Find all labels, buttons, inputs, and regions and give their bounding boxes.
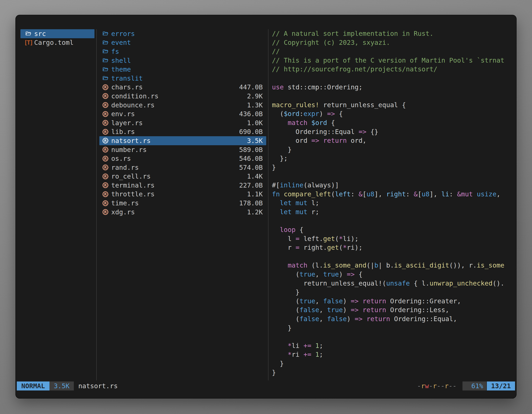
file-row-layer.rs[interactable]: Rlayer.rs1.0K — [99, 118, 266, 127]
code-line: // This is a port of the C version of Ma… — [272, 56, 515, 65]
file-row-rand.rs[interactable]: Rrand.rs574.0B — [99, 163, 266, 172]
code-line: // — [272, 47, 515, 56]
parent-pane: src[T]Cargo.toml — [20, 29, 95, 47]
rust-file-icon: R — [102, 164, 109, 171]
desktop-background: { "palette": { "win_bg": "#1b1b1b", "sel… — [0, 0, 532, 414]
code-line: ($ord:expr) => { — [272, 109, 515, 118]
file-name: Cargo.toml — [34, 39, 74, 47]
file-row-throttle.rs[interactable]: Rthrottle.rs1.1K — [99, 190, 266, 199]
svg-text:R: R — [104, 139, 107, 143]
file-size: 574.0B — [239, 164, 263, 171]
code-line — [272, 332, 515, 341]
code-line: *ri += 1; — [272, 350, 515, 359]
code-line: } — [272, 163, 515, 172]
file-name: shell — [111, 57, 131, 64]
dir-row-translit[interactable]: translit — [99, 74, 266, 83]
file-name: ro_cell.rs — [111, 173, 151, 180]
rust-file-icon: R — [102, 182, 109, 188]
folder-open-icon — [102, 39, 109, 46]
dir-row-theme[interactable]: theme — [99, 65, 266, 74]
file-row-lib.rs[interactable]: Rlib.rs690.0B — [99, 127, 266, 136]
file-size: 3.5K — [247, 137, 263, 144]
file-name: fs — [111, 48, 119, 55]
svg-text:R: R — [104, 183, 107, 187]
file-row-ro_cell.rs[interactable]: Rro_cell.rs1.4K — [99, 172, 266, 181]
file-row-natsort.rs[interactable]: Rnatsort.rs3.5K — [99, 136, 266, 145]
code-line: fn compare_left(left: &[u8], right: &[u8… — [272, 190, 515, 199]
file-name: terminal.rs — [111, 182, 155, 189]
svg-text:R: R — [104, 174, 107, 179]
code-line: loop { — [272, 225, 515, 234]
file-size: 546.0B — [239, 155, 263, 163]
code-line: // Copyright (c) 2023, sxyazi. — [272, 38, 515, 47]
file-size: 447.0B — [239, 83, 263, 91]
file-row-env.rs[interactable]: Renv.rs436.0B — [99, 109, 266, 118]
rust-file-icon: R — [102, 93, 109, 99]
code-line — [272, 252, 515, 261]
file-size: 1.3K — [247, 101, 263, 109]
file-size: 1.2K — [247, 208, 263, 216]
file-name: lib.rs — [111, 128, 135, 136]
svg-text:R: R — [104, 94, 107, 98]
file-row-Cargo.toml[interactable]: [T]Cargo.toml — [20, 38, 95, 47]
dir-row-errors[interactable]: errors — [99, 29, 266, 38]
code-line: } — [272, 359, 515, 368]
file-size: 690.0B — [239, 128, 263, 136]
code-line — [272, 172, 515, 181]
file-name: rand.rs — [111, 164, 139, 171]
svg-text:R: R — [104, 148, 107, 152]
code-line: r = right.get(*ri); — [272, 243, 515, 252]
file-row-time.rs[interactable]: Rtime.rs178.0B — [99, 199, 266, 208]
file-row-chars.rs[interactable]: Rchars.rs447.0B — [99, 83, 266, 92]
rust-file-icon: R — [102, 146, 109, 153]
file-name: errors — [111, 30, 135, 38]
file-name: os.rs — [111, 155, 131, 163]
code-line: (true, true) => { — [272, 270, 515, 279]
file-row-xdg.rs[interactable]: Rxdg.rs1.2K — [99, 208, 266, 217]
cursor-position-badge: 13/21 — [487, 382, 515, 390]
file-size: 1.1K — [247, 190, 263, 198]
preview-pane: // A natural sort implementation in Rust… — [272, 29, 515, 382]
yazi-window: src[T]Cargo.toml errorseventfsshelltheme… — [16, 15, 516, 398]
file-size: 589.0B — [239, 146, 263, 154]
file-size: 436.0B — [239, 110, 263, 118]
svg-text:R: R — [104, 130, 107, 134]
file-row-os.rs[interactable]: Ros.rs546.0B — [99, 154, 266, 163]
svg-text:R: R — [104, 192, 107, 196]
dir-row-shell[interactable]: shell — [99, 56, 266, 65]
dir-row-src[interactable]: src — [20, 29, 95, 38]
svg-text:R: R — [104, 103, 107, 107]
rust-file-icon: R — [102, 111, 109, 117]
svg-text:R: R — [104, 210, 107, 214]
rust-file-icon: R — [102, 137, 109, 144]
folder-open-icon — [25, 30, 31, 37]
scroll-percentage-badge: 61% — [463, 382, 486, 390]
rust-file-icon: R — [102, 129, 109, 135]
status-bar: NORMAL 3.5K natsort.rs -rw-r--r-- 61% 13… — [16, 382, 516, 390]
code-line: let mut r; — [272, 208, 515, 217]
svg-text:R: R — [104, 85, 107, 89]
file-name: natsort.rs — [111, 137, 151, 144]
rust-file-icon: R — [102, 155, 109, 162]
file-name: src — [34, 30, 46, 38]
file-row-debounce.rs[interactable]: Rdebounce.rs1.3K — [99, 101, 266, 110]
code-line: }; — [272, 154, 515, 163]
status-filename: natsort.rs — [78, 382, 118, 390]
dir-row-event[interactable]: event — [99, 38, 266, 47]
file-name: number.rs — [111, 146, 147, 154]
svg-text:R: R — [104, 201, 107, 205]
folder-open-icon — [102, 30, 109, 37]
code-line: // A natural sort implementation in Rust… — [272, 29, 515, 38]
file-row-number.rs[interactable]: Rnumber.rs589.0B — [99, 145, 266, 154]
file-row-condition.rs[interactable]: Rcondition.rs2.9K — [99, 92, 266, 101]
code-line: } — [272, 145, 515, 154]
mode-indicator: NORMAL — [17, 382, 49, 390]
file-name: xdg.rs — [111, 208, 135, 216]
dir-row-fs[interactable]: fs — [99, 47, 266, 56]
file-row-terminal.rs[interactable]: Rterminal.rs227.0B — [99, 181, 266, 190]
file-name: debounce.rs — [111, 101, 155, 109]
file-size: 1.0K — [247, 119, 263, 127]
rust-file-icon: R — [102, 191, 109, 197]
code-line: #[inline(always)] — [272, 181, 515, 190]
folder-open-icon — [102, 75, 109, 81]
